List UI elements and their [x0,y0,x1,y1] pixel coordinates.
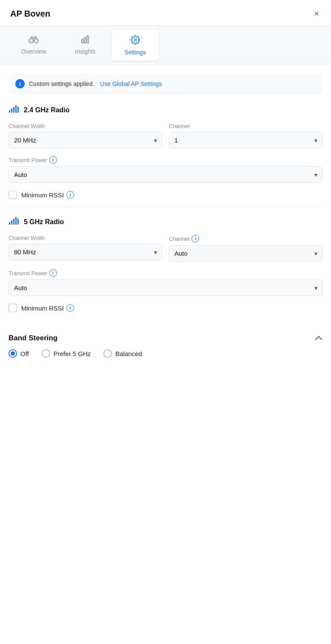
transmit-power-24-label: Transmit Power i [9,156,322,164]
min-rssi-5-info-icon[interactable]: i [66,304,74,312]
min-rssi-24-row: Minimum RSSI i [9,191,322,199]
tabs-bar: Overview Insights Settings [0,26,331,65]
insights-icon [80,35,90,46]
min-rssi-24-label: Minimum RSSI i [21,191,74,199]
band-steering-toggle[interactable]: Band Steering [9,326,322,349]
band-steering-prefer5[interactable]: Prefer 5 GHz [42,349,91,358]
transmit-power-24-group: Transmit Power i Auto High Medium Low ▾ [9,156,322,183]
transmit-power-24-select[interactable]: Auto High Medium Low [9,166,322,183]
channel-24-wrapper: 1 6 11 ▾ [169,132,322,148]
transmit-power-5-group: Transmit Power i Auto High Medium Low ▾ [9,269,322,296]
channel-5-label: Channel i [169,235,322,242]
svg-rect-14 [15,217,17,225]
channel-5-select[interactable]: Auto 36 40 44 [169,245,322,262]
radio-5-icon [9,217,20,227]
svg-point-0 [29,39,33,43]
use-global-settings-link[interactable]: Use Global AP Settings [100,80,162,87]
band-steering-off-radio[interactable] [9,349,17,358]
radio-24-title: 2.4 GHz Radio [24,106,70,114]
band-steering-off-label: Off [20,350,29,357]
svg-rect-8 [13,107,14,113]
settings-content: i Custom settings applied. Use Global AP… [0,65,331,644]
band-steering-chevron-icon [315,333,322,342]
svg-rect-11 [9,222,10,225]
channel-24-group: Channel 1 6 11 ▾ [169,123,322,148]
settings-icon [130,35,140,46]
section-divider [9,207,322,207]
min-rssi-24-info-icon[interactable]: i [66,191,74,199]
info-icon: i [15,79,25,88]
min-rssi-24-checkbox[interactable] [9,191,17,199]
panel-title: AP Boven [10,9,50,19]
transmit-power-24-info-icon[interactable]: i [49,156,57,164]
overview-icon [29,35,39,46]
tab-insights-label: Insights [75,48,95,55]
min-rssi-5-checkbox[interactable] [9,304,17,312]
radio-24-icon [9,105,20,115]
svg-rect-3 [85,37,86,43]
channel-5-wrapper: Auto 36 40 44 ▾ [169,245,322,262]
close-button[interactable]: × [312,8,321,20]
transmit-power-5-select[interactable]: Auto High Medium Low [9,279,322,296]
transmit-power-5-label: Transmit Power i [9,269,322,277]
svg-point-1 [34,39,38,43]
radio-5-header: 5 GHz Radio [9,217,322,227]
channel-width-5-group: Channel Width 80 MHz 40 MHz 20 MHz ▾ [9,235,162,262]
svg-rect-9 [15,105,17,113]
band-steering-off[interactable]: Off [9,349,29,358]
band-steering-section: Band Steering Off Prefer 5 GHz [9,326,322,362]
channel-width-24-wrapper: 20 MHz 40 MHz ▾ [9,132,162,148]
tab-settings-label: Settings [125,49,146,56]
band-steering-title: Band Steering [9,334,57,342]
band-steering-prefer5-radio[interactable] [42,349,50,358]
band-steering-off-dot [11,351,15,356]
tab-insights[interactable]: Insights [62,29,108,61]
svg-rect-12 [11,220,12,225]
transmit-power-5-info-icon[interactable]: i [49,269,57,277]
channel-width-24-select[interactable]: 20 MHz 40 MHz [9,132,162,148]
channel-width-24-group: Channel Width 20 MHz 40 MHz ▾ [9,123,162,148]
svg-rect-10 [17,107,19,113]
band-steering-prefer5-label: Prefer 5 GHz [54,350,91,357]
channel-width-5-label: Channel Width [9,235,162,241]
svg-rect-15 [17,219,19,225]
radio-24-row1: Channel Width 20 MHz 40 MHz ▾ Channel 1 … [9,123,322,148]
transmit-power-5-wrapper: Auto High Medium Low ▾ [9,279,322,296]
tab-settings[interactable]: Settings [112,29,159,61]
band-steering-options: Off Prefer 5 GHz Balanced [9,349,322,362]
radio-5-title: 5 GHz Radio [24,218,64,226]
band-steering-balanced-label: Balanced [115,350,142,357]
svg-rect-7 [11,108,12,113]
min-rssi-5-row: Minimum RSSI i [9,304,322,312]
transmit-power-24-wrapper: Auto High Medium Low ▾ [9,166,322,183]
radio-24-header: 2.4 GHz Radio [9,105,322,115]
svg-rect-4 [87,36,89,43]
tab-overview-label: Overview [21,48,46,55]
channel-24-label: Channel [169,123,322,129]
band-steering-balanced-radio[interactable] [103,349,112,358]
channel-width-5-wrapper: 80 MHz 40 MHz 20 MHz ▾ [9,244,162,260]
channel-5-group: Channel i Auto 36 40 44 ▾ [169,235,322,262]
channel-width-5-select[interactable]: 80 MHz 40 MHz 20 MHz [9,244,162,260]
radio-5-row1: Channel Width 80 MHz 40 MHz 20 MHz ▾ Cha… [9,235,322,262]
info-banner: i Custom settings applied. Use Global AP… [9,73,322,94]
svg-rect-6 [9,110,10,113]
svg-rect-2 [82,39,83,43]
tab-overview[interactable]: Overview [9,29,59,61]
svg-rect-13 [13,219,14,225]
svg-point-5 [134,39,137,41]
band-steering-balanced[interactable]: Balanced [103,349,142,358]
channel-5-info-icon[interactable]: i [191,235,199,242]
channel-width-24-label: Channel Width [9,123,162,129]
channel-24-select[interactable]: 1 6 11 [169,132,322,148]
min-rssi-5-label: Minimum RSSI i [21,304,74,312]
info-text: Custom settings applied. [29,80,94,87]
